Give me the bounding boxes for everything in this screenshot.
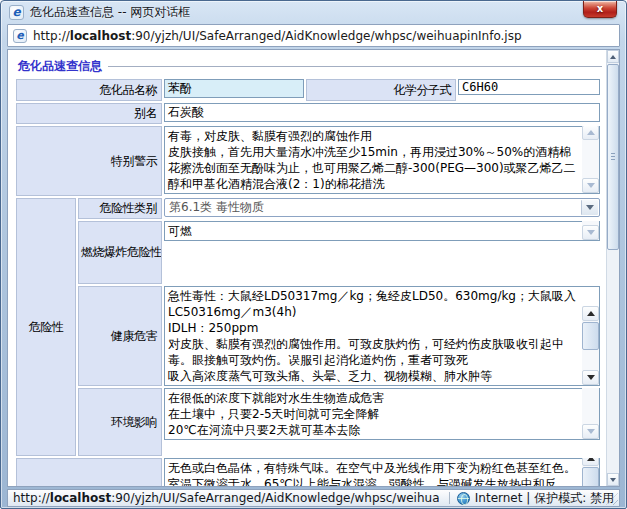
scroll-down-icon[interactable]	[607, 473, 619, 486]
scrollbar-thumb[interactable]	[582, 467, 599, 486]
security-zone-text: Internet | 保护模式: 禁用	[475, 490, 614, 507]
combustion-label: 燃烧爆炸危险性	[78, 221, 162, 284]
scroll-up-icon[interactable]	[582, 306, 599, 321]
dialog-content: 危化品速查信息 危化品名称 苯酚 化学分子式 C6H60	[7, 49, 620, 487]
hazard-class-value: 第6.1类 毒性物质	[169, 199, 264, 216]
environment-textarea[interactable]: 在很低的浓度下就能对水生生物造成危害 在土壤中，只要2-5天时间就可完全降解 2…	[164, 388, 600, 440]
section-header: 危化品速查信息	[18, 58, 602, 74]
combustion-textarea[interactable]: 可燃	[164, 221, 600, 241]
special-warning-label: 特别警示	[16, 126, 162, 196]
status-bar: http://localhost:90/yjzh/UI/SafeArranged…	[7, 489, 620, 507]
address-bar[interactable]: e http://localhost:90/yjzh/UI/SafeArrang…	[7, 24, 620, 47]
alias-label: 别名	[16, 103, 162, 124]
page-title: 危化品速查信息	[18, 58, 102, 75]
environment-label: 环境影响	[78, 388, 162, 456]
textarea-scrollbar[interactable]	[582, 126, 599, 193]
scroll-down-icon[interactable]	[582, 424, 599, 439]
table-row: 健康危害 急性毒性：大鼠经LD50317mg／kg；兔经皮LD50。630mg/…	[16, 286, 600, 386]
textarea-scrollbar[interactable]	[582, 458, 599, 486]
textarea-scrollbar[interactable]	[582, 388, 599, 439]
status-divider	[449, 492, 450, 504]
section-divider	[108, 66, 602, 67]
chemical-name-input[interactable]: 苯酚	[164, 79, 304, 98]
vertical-scrollbar[interactable]	[606, 50, 619, 486]
table-row: 危化品名称 苯酚 化学分子式 C6H60	[16, 79, 600, 101]
health-hazard-textarea[interactable]: 急性毒性：大鼠经LD50317mg／kg；兔经皮LD50。630mg/kg；大鼠…	[164, 286, 600, 386]
status-url: http://localhost:90/yjzh/UI/SafeArranged…	[13, 491, 439, 505]
chemical-info-table: 危化品名称 苯酚 化学分子式 C6H60 别名 石炭酸 特别	[14, 77, 602, 486]
close-button[interactable]: x	[583, 1, 617, 18]
table-row: 燃烧爆炸危险性 可燃	[16, 221, 600, 284]
table-row: 特别警示 有毒，对皮肤、黏膜有强烈的腐蚀作用 皮肤接触，首先用大量清水冲洗至少1…	[16, 126, 600, 196]
table-row: 危险性 危险性类别 第6.1类 毒性物质	[16, 198, 600, 219]
special-warning-textarea[interactable]: 有毒，对皮肤、黏膜有强烈的腐蚀作用 皮肤接触，首先用大量清水冲洗至少15min，…	[164, 126, 600, 194]
hazard-class-label: 危险性类别	[78, 198, 162, 219]
scroll-up-icon[interactable]	[582, 126, 599, 140]
physchem-textarea[interactable]: 无色或白色晶体，有特殊气味。在空气中及光线作用下变为粉红色甚至红色。室温下微溶于…	[164, 458, 600, 486]
textarea-scrollbar[interactable]	[582, 306, 599, 385]
formula-label: 化学分子式	[306, 79, 456, 101]
table-row: 环境影响 在很低的浓度下就能对水生生物造成危害 在土壤中，只要2-5天时间就可完…	[16, 388, 600, 456]
scroll-down-icon[interactable]	[582, 178, 599, 193]
alias-input[interactable]: 石炭酸	[164, 103, 600, 122]
formula-input[interactable]: C6H60	[458, 79, 600, 95]
ie-icon: e	[9, 5, 24, 20]
window-title: 危化品速查信息 -- 网页对话框	[30, 4, 190, 21]
close-icon: x	[597, 4, 603, 14]
chevron-down-icon[interactable]	[581, 200, 598, 215]
physchem-label: 理化特性	[16, 458, 162, 486]
table-row: 理化特性 无色或白色晶体，有特殊气味。在空气中及光线作用下变为粉红色甚至红色。室…	[16, 458, 600, 486]
textarea-scrollbar[interactable]	[582, 221, 599, 240]
scroll-down-icon[interactable]	[582, 370, 599, 385]
ie-icon: e	[13, 29, 27, 43]
globe-icon	[457, 492, 470, 505]
table-row: 别名 石炭酸	[16, 103, 600, 124]
hazard-class-select[interactable]: 第6.1类 毒性物质	[164, 198, 600, 217]
health-hazard-label: 健康危害	[78, 286, 162, 386]
title-bar: e 危化品速查信息 -- 网页对话框 x	[1, 1, 626, 23]
dialog-window: e 危化品速查信息 -- 网页对话框 x e http://localhost:…	[0, 0, 627, 509]
page-area: 危化品速查信息 危化品名称 苯酚 化学分子式 C6H60	[8, 50, 606, 486]
chemical-name-label: 危化品名称	[16, 79, 162, 101]
scroll-up-icon[interactable]	[582, 458, 599, 466]
scroll-down-icon[interactable]	[582, 225, 599, 240]
scroll-up-icon[interactable]	[607, 50, 619, 63]
scrollbar-thumb[interactable]	[582, 322, 599, 350]
address-url: http://localhost:90/yjzh/UI/SafeArranged…	[33, 29, 522, 43]
scrollbar-thumb[interactable]	[607, 64, 619, 250]
hazard-group-label: 危险性	[16, 198, 76, 456]
